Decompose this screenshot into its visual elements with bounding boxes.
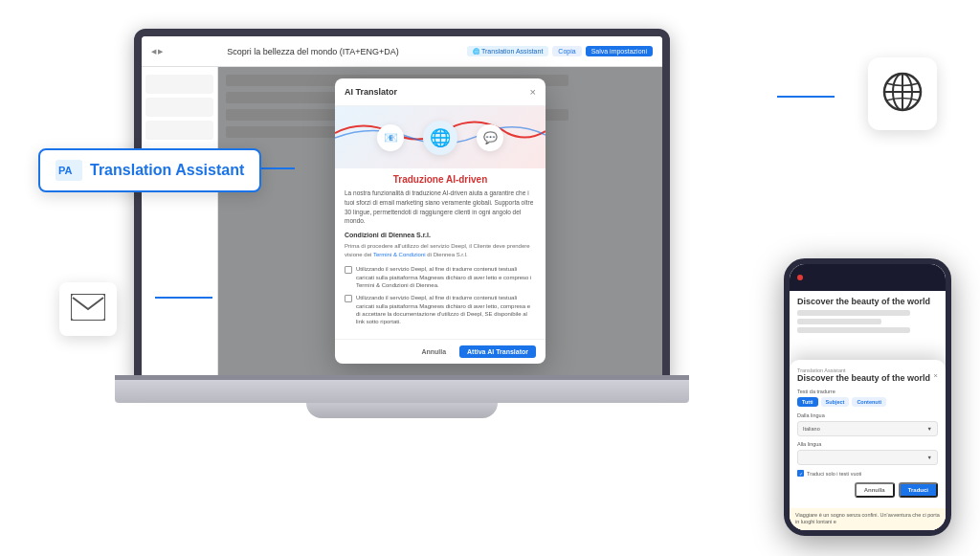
from-lang-select[interactable]: Italiano ▼ xyxy=(797,421,938,436)
svg-rect-2 xyxy=(71,294,105,321)
translation-assistant-badge: PA Translation Assistant xyxy=(38,148,261,192)
modal-terms-title: Condizioni di Diennea S.r.l. xyxy=(345,232,536,238)
globe-icon xyxy=(881,71,924,113)
phone-modal-title: Discover the beauty of the world xyxy=(797,373,930,383)
globe-badge xyxy=(868,57,937,130)
tab-tutti[interactable]: Tutti xyxy=(797,397,818,407)
checkbox-2-text: Utilizzando il servizio Deepl, al fine d… xyxy=(356,294,536,326)
pa-icon: PA xyxy=(56,160,82,181)
sidebar-item xyxy=(145,98,213,117)
checkbox-row-2: Utilizzando il servizio Deepl, al fine d… xyxy=(345,294,536,326)
ta-badge-label: Translation Assistant xyxy=(90,162,244,179)
checkbox-1[interactable] xyxy=(345,266,352,274)
modal-header: AI Translator × xyxy=(335,78,546,106)
copy-btn[interactable]: Copia xyxy=(552,46,581,56)
checkbox-row-1: Utilizzando il servizio Deepl, al fine d… xyxy=(345,265,536,289)
phone-bottom-text: Viaggiare è un sogno senza confini. Un'a… xyxy=(790,508,946,530)
activate-button[interactable]: Attiva AI Translator xyxy=(459,345,536,358)
laptop-screen: ◀ ▶ Scopri la bellezza del mondo (ITA+EN… xyxy=(134,29,670,383)
phone-modal-header-text: Translation Assistant Discover the beaut… xyxy=(797,367,930,383)
phone-modal-header: Translation Assistant Discover the beaut… xyxy=(797,367,938,383)
from-lang-label: Dalla lingua xyxy=(797,412,938,418)
phone-modal-footer: Annulla Traduci xyxy=(797,482,938,498)
phone-tab-row: Tutti Subject Contenuti xyxy=(797,397,938,407)
phone-screen: Discover the beauty of the world Transla… xyxy=(790,264,946,530)
phone-bg-row xyxy=(797,310,910,316)
phone-cancel-button[interactable]: Annulla xyxy=(855,482,895,498)
chevron-down-icon-2: ▼ xyxy=(927,455,932,460)
hero-email-icon: 📧 xyxy=(377,124,404,151)
email-badge xyxy=(59,282,117,336)
phone-checkbox-label: Traduci solo i testi vuoti xyxy=(807,471,861,477)
phone-translate-button[interactable]: Traduci xyxy=(899,482,938,498)
laptop: ◀ ▶ Scopri la bellezza del mondo (ITA+EN… xyxy=(115,29,689,526)
phone-bg-title: Discover the beauty of the world xyxy=(797,297,938,306)
email-icon xyxy=(71,294,105,321)
sidebar-item xyxy=(145,75,213,94)
terms-link[interactable]: Termini & Condizioni xyxy=(373,252,426,257)
tab-subject[interactable]: Subject xyxy=(821,397,850,407)
checkbox-1-text: Utilizzando il servizio Deepl, al fine d… xyxy=(356,265,536,289)
modal-hero-icons: 📧 🌐 💬 xyxy=(377,121,503,155)
to-lang-select[interactable]: ▼ xyxy=(797,450,938,465)
connector-email xyxy=(155,297,212,299)
modal-terms-text: Prima di procedere all'utilizzo del serv… xyxy=(345,242,536,259)
modal-body: La nostra funzionalità di traduzione AI-… xyxy=(335,189,546,339)
hero-translate-icon: 🌐 xyxy=(423,121,457,155)
phone-notch xyxy=(844,264,892,272)
ta-btn[interactable]: 🌐 Translation Assistant xyxy=(467,46,548,56)
cancel-button[interactable]: Annulla xyxy=(413,345,454,358)
modal-subtitle: Traduzione AI-driven xyxy=(335,168,546,189)
modal-description: La nostra funzionalità di traduzione AI-… xyxy=(345,189,536,226)
svg-text:PA: PA xyxy=(58,165,73,176)
phone-topbar-dot xyxy=(797,275,803,280)
screen-topbar: ◀ ▶ Scopri la bellezza del mondo (ITA+EN… xyxy=(142,36,662,67)
save-btn[interactable]: Salva impostazioni xyxy=(586,46,653,56)
phone-checkbox-row: ✓ Traduci solo i testi vuoti xyxy=(797,470,938,477)
phone-modal: Translation Assistant Discover the beaut… xyxy=(790,360,946,530)
screen-sidebar xyxy=(142,67,218,375)
modal-footer: Annulla Attiva AI Translator xyxy=(335,339,546,364)
phone-modal-close-button[interactable]: × xyxy=(933,371,938,380)
modal-hero: 📧 🌐 💬 xyxy=(335,106,546,168)
phone-checkbox[interactable]: ✓ xyxy=(797,470,804,477)
screen-content: AI Translator × xyxy=(142,67,662,375)
modal-overlay: AI Translator × xyxy=(218,67,662,375)
chevron-down-icon: ▼ xyxy=(927,426,932,432)
scene: ◀ ▶ Scopri la bellezza del mondo (ITA+EN… xyxy=(0,0,980,556)
laptop-stand xyxy=(306,403,498,418)
phone-bg-row xyxy=(797,327,910,333)
to-lang-label: Alla lingua xyxy=(797,441,938,447)
sidebar-item xyxy=(145,121,213,140)
modal-close-button[interactable]: × xyxy=(530,86,536,98)
laptop-base xyxy=(115,380,689,403)
topbar-title: Scopri la bellezza del mondo (ITA+ENG+DA… xyxy=(163,47,463,56)
hero-chat-icon: 💬 xyxy=(477,124,503,151)
ai-translator-modal: AI Translator × xyxy=(335,78,546,364)
tab-contenuti[interactable]: Contenuti xyxy=(852,397,886,407)
phone-bg-row xyxy=(797,319,881,324)
connector-globe xyxy=(777,96,835,98)
modal-title: AI Translator xyxy=(345,87,397,97)
checkbox-2[interactable] xyxy=(345,295,352,302)
phone: Discover the beauty of the world Transla… xyxy=(784,258,951,536)
phone-bg-content: Discover the beauty of the world xyxy=(790,291,946,342)
phone-texts-label: Testi da tradurre xyxy=(797,389,938,394)
screen-main: AI Translator × xyxy=(218,67,662,375)
